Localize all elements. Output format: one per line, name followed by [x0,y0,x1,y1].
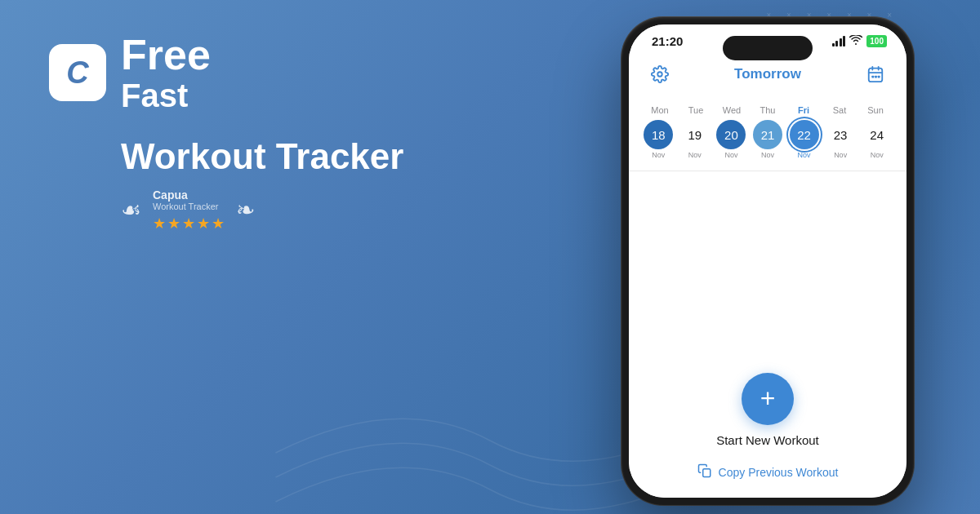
star-2: ★ [167,215,180,233]
battery-icon: 100 [866,35,887,47]
badge-app-name: Capua [153,188,225,202]
dynamic-island [723,36,813,60]
headline-line3: Workout Tracker [121,138,425,175]
day-cell-24[interactable]: 24 Nov [860,120,893,159]
screen-content: 21:20 [629,24,906,498]
day-number-23: 23 [826,120,855,149]
header-title: Tomorrow [734,66,801,82]
calendar-button[interactable] [861,60,890,89]
day-number-24: 24 [862,120,892,149]
svg-rect-1 [871,76,874,78]
star-5: ★ [212,215,225,233]
day-number-21: 21 [753,120,782,149]
laurel-left-icon: ☙ [121,197,141,224]
day-month-23: Nov [834,151,847,159]
headline-line3-wrapper: Workout Tracker [49,138,425,175]
day-cell-19[interactable]: 19 Nov [679,120,712,159]
day-month-22: Nov [798,151,811,159]
day-number-20: 20 [716,120,746,149]
svg-rect-3 [878,76,880,78]
day-month-18: Nov [652,151,665,159]
day-label-sun: Sun [858,105,893,115]
start-workout-button[interactable]: + Start New Workout [716,373,819,447]
badge-sub-label: Workout Tracker [153,202,225,211]
day-labels: Mon Tue Wed Thu Fri Sat Sun [642,105,893,115]
day-label-sat: Sat [822,105,858,115]
start-workout-label: Start New Workout [716,433,819,447]
day-cell-18[interactable]: 18 Nov [642,120,675,159]
day-cell-20[interactable]: 20 Nov [715,120,748,159]
star-4: ★ [197,215,210,233]
day-label-thu: Thu [750,105,786,115]
day-numbers: 18 Nov 19 Nov 20 Nov [642,120,893,159]
plus-circle[interactable]: + [742,373,794,425]
copy-workout-button[interactable]: Copy Previous Workout [697,463,839,481]
badge-row: ☙ Capua Workout Tracker ★ ★ ★ ★ ★ ❧ [49,188,425,233]
app-logo-row: C Free Fast [49,33,425,113]
day-month-24: Nov [871,151,884,159]
day-number-22: 22 [790,120,819,149]
day-label-mon: Mon [642,105,678,115]
left-panel: C Free Fast Workout Tracker ☙ Capua Work… [0,0,474,514]
day-number-19: 19 [680,120,710,149]
day-label-wed: Wed [714,105,750,115]
headline-line2: Fast [121,78,211,113]
day-cell-22[interactable]: 22 Nov [787,120,821,159]
phone-body: + Start New Workout Copy Previous Worko [629,171,906,498]
settings-button[interactable] [645,60,675,89]
day-month-21: Nov [761,151,774,159]
badge-text: Capua Workout Tracker ★ ★ ★ ★ ★ [153,188,225,233]
copy-icon [697,463,712,481]
day-cell-23[interactable]: 23 Nov [824,120,858,159]
calendar-strip: Mon Tue Wed Thu Fri Sat Sun 18 Nov [629,99,906,171]
laurel-right-icon: ❧ [236,197,255,224]
svg-rect-0 [869,69,883,82]
phone-mockup: 21:20 [621,16,915,506]
day-cell-21[interactable]: 21 Nov [751,120,785,159]
svg-rect-2 [875,76,877,78]
copy-workout-label: Copy Previous Workout [719,466,839,479]
signal-icon [832,36,846,47]
headline-line1: Free [121,33,211,78]
day-month-19: Nov [688,151,702,159]
app-icon: C [49,44,106,101]
wifi-icon [849,35,862,47]
day-number-18: 18 [644,120,673,149]
status-time: 21:20 [652,34,683,48]
day-label-tue: Tue [678,105,714,115]
day-month-20: Nov [724,151,737,159]
stars-row: ★ ★ ★ ★ ★ [153,215,225,233]
day-label-fri: Fri [786,105,822,115]
app-name-block: Free Fast [121,33,211,113]
plus-icon: + [760,385,776,411]
phone-outer: 21:20 [621,16,915,506]
star-1: ★ [153,215,166,233]
status-icons: 100 [832,35,887,47]
star-3: ★ [182,215,195,233]
phone-screen: 21:20 [629,24,906,498]
svg-rect-4 [702,469,710,477]
